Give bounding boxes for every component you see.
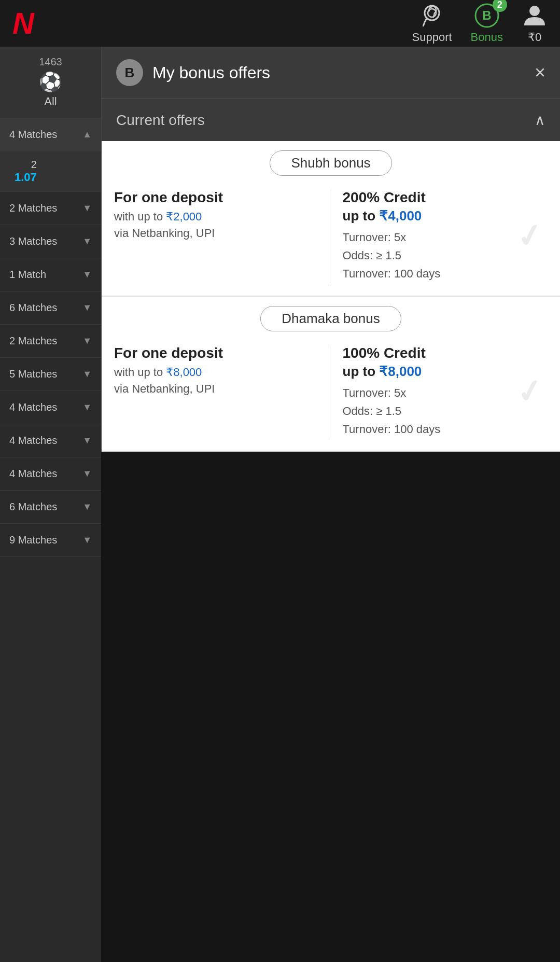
sidebar-item-label-5: 2 Matches bbox=[9, 335, 57, 347]
sidebar-item-label-2: 3 Matches bbox=[9, 235, 57, 247]
bonus-deposit-method-0: via Netbanking, UPI bbox=[114, 227, 319, 240]
bonus-detail-1: Turnover: 5xOdds: ≥ 1.5Turnover: 100 day… bbox=[343, 384, 548, 439]
bonus-credit-amount-0: up to ₹4,000 bbox=[343, 208, 548, 224]
support-button[interactable]: Support bbox=[412, 3, 452, 44]
sidebar-all-label: All bbox=[44, 95, 57, 108]
chevron-icon-5: ▼ bbox=[82, 336, 92, 346]
header-actions: Support B 2 Bonus ₹0 bbox=[412, 3, 548, 44]
app-header: N Support B 2 Bonus bbox=[0, 0, 560, 47]
sidebar-item-1[interactable]: 2 Matches ▼ bbox=[0, 192, 101, 225]
wallet-button[interactable]: ₹0 bbox=[522, 3, 548, 44]
bonus-detail-0: Turnover: 5xOdds: ≥ 1.5Turnover: 100 day… bbox=[343, 228, 548, 283]
chevron-icon-10: ▼ bbox=[82, 501, 92, 512]
support-icon-wrap bbox=[419, 3, 445, 29]
svg-point-0 bbox=[425, 6, 439, 20]
sidebar: 1463 ⚽ All 4 Matches ▲ 2 1.07 2 Matches … bbox=[0, 47, 101, 962]
current-offers-label: Current offers bbox=[116, 112, 205, 129]
sidebar-item-label-7: 4 Matches bbox=[9, 401, 57, 413]
bonus-card-name-1: Dhamaka bonus bbox=[102, 297, 560, 337]
sidebar-item-label-1: 2 Matches bbox=[9, 202, 57, 214]
sidebar-item-11[interactable]: 9 Matches ▼ bbox=[0, 524, 101, 557]
sidebar-item-3[interactable]: 1 Match ▼ bbox=[0, 258, 101, 291]
sidebar-item-label-4: 6 Matches bbox=[9, 302, 57, 314]
bonus-b-icon: B bbox=[116, 59, 143, 86]
chevron-icon-4: ▼ bbox=[82, 302, 92, 313]
chevron-icon-8: ▼ bbox=[82, 435, 92, 446]
sidebar-all-item[interactable]: 1463 ⚽ All bbox=[0, 47, 101, 118]
sidebar-all-count: 1463 bbox=[39, 56, 62, 68]
chevron-icon-7: ▼ bbox=[82, 402, 92, 413]
sidebar-item-label-9: 4 Matches bbox=[9, 468, 57, 480]
bonus-card-left-1: For one deposit with up to ₹8,000 via Ne… bbox=[114, 345, 330, 439]
bonus-panel: B My bonus offers × Current offers ∧ Shu… bbox=[101, 47, 560, 452]
soccer-icon: ⚽ bbox=[39, 71, 62, 93]
sidebar-item-7[interactable]: 4 Matches ▼ bbox=[0, 391, 101, 424]
sidebar-item-label-11: 9 Matches bbox=[9, 534, 57, 546]
current-offers-chevron: ∧ bbox=[535, 111, 545, 129]
chevron-icon-9: ▼ bbox=[82, 468, 92, 479]
chevron-icon-11: ▼ bbox=[82, 535, 92, 546]
bonus-button[interactable]: B 2 Bonus bbox=[471, 3, 503, 44]
bonus-label: Bonus bbox=[471, 31, 503, 44]
current-offers-bar[interactable]: Current offers ∧ bbox=[102, 99, 560, 141]
bonus-panel-header: B My bonus offers × bbox=[102, 47, 560, 99]
sub-num: 2 bbox=[31, 159, 37, 171]
bonus-deposit-sub-1: with up to ₹8,000 bbox=[114, 366, 319, 379]
bonus-card-body-0: For one deposit with up to ₹2,000 via Ne… bbox=[102, 181, 560, 296]
chevron-icon-1: ▼ bbox=[82, 203, 92, 214]
bonus-cards-container: Shubh bonus For one deposit with up to ₹… bbox=[102, 141, 560, 452]
sidebar-item-label-8: 4 Matches bbox=[9, 435, 57, 447]
bonus-card-0: Shubh bonus For one deposit with up to ₹… bbox=[102, 141, 560, 297]
sidebar-item-8[interactable]: 4 Matches ▼ bbox=[0, 424, 101, 457]
main-layout: 1463 ⚽ All 4 Matches ▲ 2 1.07 2 Matches … bbox=[0, 47, 560, 962]
bonus-card-right-0: 200% Credit up to ₹4,000 Turnover: 5xOdd… bbox=[330, 189, 548, 283]
wallet-label: ₹0 bbox=[528, 31, 541, 44]
bonus-credit-amount-1: up to ₹8,000 bbox=[343, 364, 548, 380]
bonus-credit-title-0: 200% Credit bbox=[343, 189, 548, 206]
chevron-up-icon-0: ▲ bbox=[82, 129, 92, 140]
chevron-icon-3: ▼ bbox=[82, 269, 92, 280]
bonus-badge: 2 bbox=[493, 0, 507, 12]
sidebar-item-0[interactable]: 4 Matches ▲ bbox=[0, 118, 101, 151]
bonus-name-pill-1: Dhamaka bonus bbox=[260, 306, 401, 331]
bonus-card-body-1: For one deposit with up to ₹8,000 via Ne… bbox=[102, 337, 560, 451]
sidebar-sub-item: 2 1.07 bbox=[0, 151, 101, 192]
sidebar-item-6[interactable]: 5 Matches ▼ bbox=[0, 358, 101, 391]
bonus-card-1: Dhamaka bonus For one deposit with up to… bbox=[102, 297, 560, 452]
user-icon-wrap bbox=[522, 3, 548, 29]
sidebar-item-9[interactable]: 4 Matches ▼ bbox=[0, 457, 101, 491]
bonus-credit-title-1: 100% Credit bbox=[343, 345, 548, 361]
chevron-icon-6: ▼ bbox=[82, 369, 92, 380]
svg-text:B: B bbox=[482, 8, 491, 22]
bonus-card-right-1: 100% Credit up to ₹8,000 Turnover: 5xOdd… bbox=[330, 345, 548, 439]
sidebar-item-label-10: 6 Matches bbox=[9, 501, 57, 513]
chevron-icon-2: ▼ bbox=[82, 236, 92, 247]
bonus-close-button[interactable]: × bbox=[535, 63, 545, 82]
sidebar-item-label-3: 1 Match bbox=[9, 269, 46, 281]
svg-point-4 bbox=[529, 6, 540, 16]
bonus-deposit-title-1: For one deposit bbox=[114, 345, 319, 361]
support-label: Support bbox=[412, 31, 452, 44]
sub-val: 1.07 bbox=[15, 171, 37, 184]
bonus-name-pill-0: Shubh bonus bbox=[270, 150, 391, 176]
bonus-card-left-0: For one deposit with up to ₹2,000 via Ne… bbox=[114, 189, 330, 283]
bonus-deposit-sub-0: with up to ₹2,000 bbox=[114, 210, 319, 224]
bonus-deposit-title-0: For one deposit bbox=[114, 189, 319, 206]
sidebar-item-5[interactable]: 2 Matches ▼ bbox=[0, 325, 101, 358]
bonus-deposit-method-1: via Netbanking, UPI bbox=[114, 382, 319, 396]
sidebar-item-2[interactable]: 3 Matches ▼ bbox=[0, 225, 101, 258]
sidebar-item-label-6: 5 Matches bbox=[9, 368, 57, 380]
bonus-card-name-0: Shubh bonus bbox=[102, 141, 560, 181]
bonus-panel-title: My bonus offers bbox=[152, 63, 270, 82]
app-logo: N bbox=[12, 8, 34, 38]
bonus-icon-wrap: B 2 bbox=[474, 3, 500, 29]
bonus-header-left: B My bonus offers bbox=[116, 59, 270, 86]
sidebar-item-10[interactable]: 6 Matches ▼ bbox=[0, 491, 101, 524]
sidebar-item-label-0: 4 Matches bbox=[9, 129, 57, 141]
sub-odds: 2 1.07 bbox=[15, 159, 37, 184]
sidebar-item-4[interactable]: 6 Matches ▼ bbox=[0, 291, 101, 325]
